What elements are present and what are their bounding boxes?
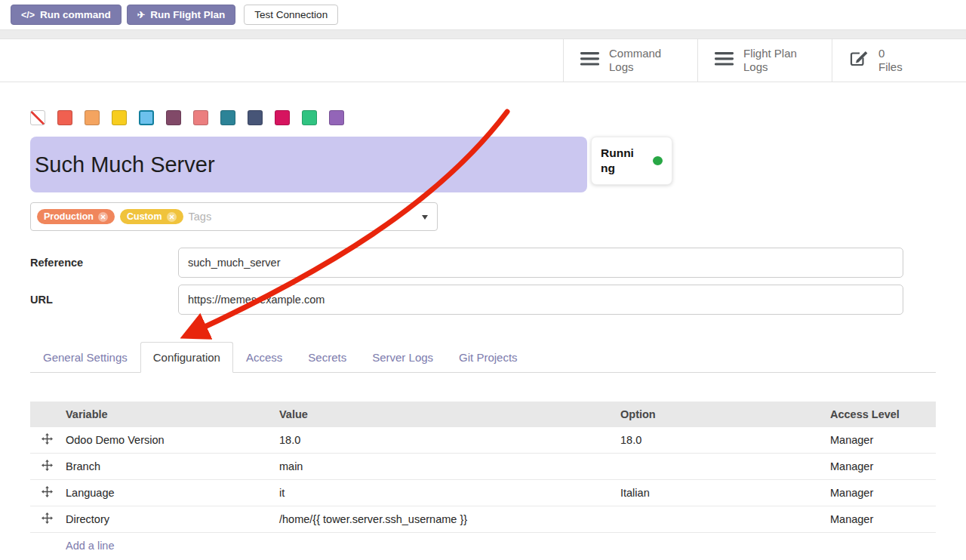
tag-label: Production bbox=[44, 211, 94, 222]
tags-placeholder: Tags bbox=[189, 211, 212, 223]
form-sheet: Such Much Server Running Production Cust… bbox=[0, 110, 966, 560]
table-row[interactable]: Branch main Manager bbox=[30, 454, 936, 480]
cell-value: 18.0 bbox=[278, 427, 619, 454]
cell-access-level: Manager bbox=[829, 454, 936, 480]
column-header-access-level: Access Level bbox=[829, 402, 936, 427]
url-input[interactable] bbox=[178, 285, 903, 315]
code-icon: </> bbox=[21, 10, 35, 20]
remove-tag-icon[interactable] bbox=[98, 212, 108, 222]
color-swatch-selected[interactable] bbox=[139, 110, 154, 125]
status-card[interactable]: Running bbox=[591, 137, 672, 185]
cell-variable: Directory bbox=[64, 506, 278, 533]
run-command-label: Run command bbox=[40, 9, 111, 20]
color-swatch-none[interactable] bbox=[30, 110, 45, 125]
handle-column-header bbox=[30, 402, 64, 427]
run-flight-plan-button[interactable]: ✈ Run Flight Plan bbox=[127, 5, 235, 25]
color-swatch[interactable] bbox=[302, 110, 317, 125]
tab-server-logs[interactable]: Server Logs bbox=[359, 342, 446, 373]
cell-option: Italian bbox=[619, 480, 829, 506]
chevron-down-icon[interactable] bbox=[422, 215, 428, 220]
test-connection-button[interactable]: Test Connection bbox=[244, 5, 338, 25]
drag-handle-icon[interactable] bbox=[30, 480, 64, 506]
tab-secrets[interactable]: Secrets bbox=[295, 342, 359, 373]
tags-input[interactable]: Production Custom Tags bbox=[30, 202, 438, 231]
variables-table: Variable Value Option Access Level Odoo … bbox=[30, 402, 936, 560]
files-button[interactable]: 0Files bbox=[832, 39, 966, 82]
table-row[interactable]: Odoo Demo Version 18.0 18.0 Manager bbox=[30, 427, 936, 454]
color-swatch[interactable] bbox=[220, 110, 235, 125]
status-label: Running bbox=[601, 146, 637, 176]
send-icon: ✈ bbox=[137, 9, 145, 20]
reference-row: Reference bbox=[30, 248, 903, 278]
divider-strip bbox=[0, 29, 966, 39]
flight-plan-logs-label: Flight PlanLogs bbox=[743, 47, 797, 74]
drag-handle-icon[interactable] bbox=[30, 427, 64, 454]
list-icon bbox=[715, 51, 734, 69]
url-label: URL bbox=[30, 294, 178, 306]
run-flight-plan-label: Run Flight Plan bbox=[150, 9, 225, 20]
cell-variable: Odoo Demo Version bbox=[64, 427, 278, 454]
cell-access-level: Manager bbox=[829, 480, 936, 506]
notebook-tabs: General Settings Configuration Access Se… bbox=[30, 342, 936, 373]
tag-custom: Custom bbox=[120, 209, 183, 224]
cell-value: /home/{{ tower.server.ssh_username }} bbox=[278, 506, 619, 533]
cell-option bbox=[619, 454, 829, 480]
top-toolbar: </> Run command ✈ Run Flight Plan Test C… bbox=[0, 0, 966, 29]
command-logs-button[interactable]: CommandLogs bbox=[563, 39, 697, 82]
list-icon bbox=[580, 51, 599, 69]
column-header-variable: Variable bbox=[64, 402, 278, 427]
tag-label: Custom bbox=[127, 211, 162, 222]
add-a-line-link[interactable]: Add a line bbox=[66, 540, 115, 552]
command-logs-label: CommandLogs bbox=[609, 47, 661, 74]
reference-input[interactable] bbox=[178, 248, 903, 278]
cell-option bbox=[619, 506, 829, 533]
cell-variable: Language bbox=[64, 480, 278, 506]
server-name-input[interactable]: Such Much Server bbox=[30, 137, 587, 192]
color-swatch[interactable] bbox=[112, 110, 127, 125]
cell-access-level: Manager bbox=[829, 506, 936, 533]
tab-access[interactable]: Access bbox=[233, 342, 295, 373]
tab-git-projects[interactable]: Git Projects bbox=[446, 342, 531, 373]
flight-plan-logs-button[interactable]: Flight PlanLogs bbox=[697, 39, 832, 82]
edit-icon bbox=[849, 50, 869, 71]
cell-variable: Branch bbox=[64, 454, 278, 480]
color-palette bbox=[30, 110, 936, 125]
color-swatch[interactable] bbox=[85, 110, 100, 125]
remove-tag-icon[interactable] bbox=[167, 212, 177, 222]
table-row[interactable]: Directory /home/{{ tower.server.ssh_user… bbox=[30, 506, 936, 533]
color-swatch[interactable] bbox=[248, 110, 263, 125]
test-connection-label: Test Connection bbox=[254, 9, 328, 20]
cell-option: 18.0 bbox=[619, 427, 829, 454]
cell-value: main bbox=[278, 454, 619, 480]
color-swatch[interactable] bbox=[329, 110, 344, 125]
status-dot bbox=[653, 156, 663, 165]
add-line-row: Add a line bbox=[30, 533, 936, 560]
color-swatch[interactable] bbox=[275, 110, 290, 125]
drag-handle-icon[interactable] bbox=[30, 506, 64, 533]
header-band: CommandLogs Flight PlanLogs 0Files bbox=[0, 39, 966, 82]
cell-access-level: Manager bbox=[829, 427, 936, 454]
table-header-row: Variable Value Option Access Level bbox=[30, 402, 936, 427]
color-swatch[interactable] bbox=[57, 110, 72, 125]
tab-general-settings[interactable]: General Settings bbox=[30, 342, 140, 373]
table-row[interactable]: Language it Italian Manager bbox=[30, 480, 936, 506]
url-row: URL bbox=[30, 285, 903, 315]
run-command-button[interactable]: </> Run command bbox=[11, 5, 122, 25]
reference-label: Reference bbox=[30, 257, 178, 269]
column-header-option: Option bbox=[619, 402, 829, 427]
color-swatch[interactable] bbox=[166, 110, 181, 125]
files-label: 0Files bbox=[878, 47, 903, 74]
color-swatch[interactable] bbox=[193, 110, 208, 125]
column-header-value: Value bbox=[278, 402, 619, 427]
tag-production: Production bbox=[37, 209, 115, 224]
title-row: Such Much Server Running bbox=[30, 137, 936, 192]
tab-configuration[interactable]: Configuration bbox=[140, 342, 233, 373]
drag-handle-icon[interactable] bbox=[30, 454, 64, 480]
cell-value: it bbox=[278, 480, 619, 506]
field-group: Reference URL bbox=[30, 248, 903, 315]
